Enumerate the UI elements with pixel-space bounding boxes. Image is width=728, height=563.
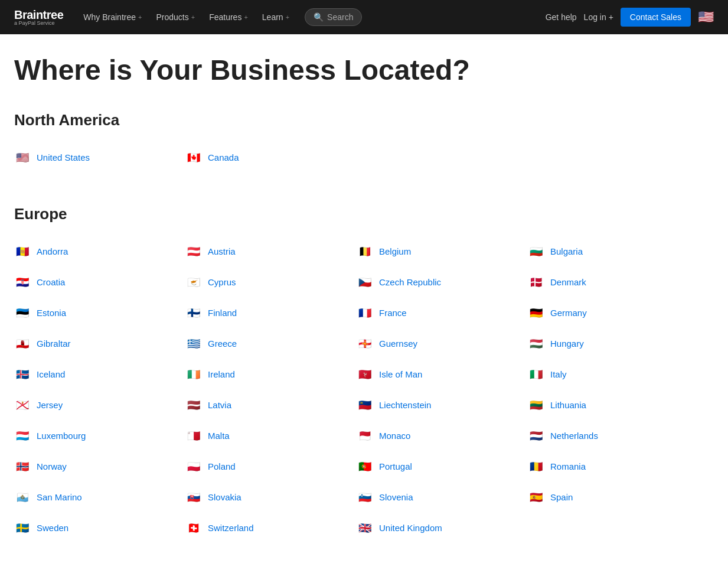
country-link-switzerland[interactable]: Switzerland [208, 523, 254, 533]
contact-sales-button[interactable]: Contact Sales [621, 8, 691, 27]
search-bar[interactable]: 🔍 Search [305, 8, 362, 26]
products-plus-icon: + [191, 14, 195, 21]
country-link-united-kingdom[interactable]: United Kingdom [379, 523, 442, 533]
country-link-guernsey[interactable]: Guernsey [379, 339, 417, 349]
country-item-slovakia[interactable]: 🇸🇰Slovakia [185, 486, 352, 509]
country-link-lithuania[interactable]: Lithuania [550, 400, 586, 410]
country-item-liechtenstein[interactable]: 🇱🇮Liechtenstein [357, 393, 523, 417]
country-link-norway[interactable]: Norway [37, 461, 67, 471]
login-link[interactable]: Log in + [584, 12, 613, 22]
country-link-estonia[interactable]: Estonia [37, 308, 66, 318]
country-link-italy[interactable]: Italy [550, 369, 567, 379]
country-item-portugal[interactable]: 🇵🇹Portugal [357, 455, 523, 479]
country-link-netherlands[interactable]: Netherlands [550, 431, 598, 441]
country-item-croatia[interactable]: 🇭🇷Croatia [14, 271, 181, 294]
country-link-poland[interactable]: Poland [208, 461, 236, 471]
get-help-link[interactable]: Get help [546, 12, 577, 22]
country-item-latvia[interactable]: 🇱🇻Latvia [185, 393, 352, 417]
country-link-latvia[interactable]: Latvia [208, 400, 231, 410]
country-link-bulgaria[interactable]: Bulgaria [550, 246, 583, 256]
country-item-poland[interactable]: 🇵🇱Poland [185, 455, 352, 479]
country-item-greece[interactable]: 🇬🇷Greece [185, 332, 352, 356]
country-link-san-marino[interactable]: San Marino [37, 492, 82, 502]
flag-icon-hungary: 🇭🇺 [528, 336, 544, 352]
country-item-cyprus[interactable]: 🇨🇾Cyprus [185, 271, 352, 294]
country-link-germany[interactable]: Germany [550, 308, 587, 318]
country-item-isle-of-man[interactable]: 🇮🇲Isle of Man [357, 363, 523, 386]
country-link-jersey[interactable]: Jersey [37, 400, 63, 410]
country-item-netherlands[interactable]: 🇳🇱Netherlands [528, 424, 694, 448]
flag-icon-monaco: 🇲🇨 [357, 428, 373, 444]
country-item-luxembourg[interactable]: 🇱🇺Luxembourg [14, 424, 181, 448]
country-link-denmark[interactable]: Denmark [550, 277, 586, 287]
flag-icon-france: 🇫🇷 [357, 305, 373, 321]
country-item-france[interactable]: 🇫🇷France [357, 301, 523, 325]
country-link-luxembourg[interactable]: Luxembourg [37, 431, 86, 441]
country-item-switzerland[interactable]: 🇨🇭Switzerland [185, 516, 352, 540]
country-item-monaco[interactable]: 🇲🇨Monaco [357, 424, 523, 448]
country-link-monaco[interactable]: Monaco [379, 431, 410, 441]
country-item-ireland[interactable]: 🇮🇪Ireland [185, 363, 352, 386]
country-item-andorra[interactable]: 🇦🇩Andorra [14, 240, 181, 263]
country-item-jersey[interactable]: 🇯🇪Jersey [14, 393, 181, 417]
country-link-greece[interactable]: Greece [208, 339, 237, 349]
country-item-estonia[interactable]: 🇪🇪Estonia [14, 301, 181, 325]
flag-icon-isle-of-man: 🇮🇲 [357, 366, 373, 383]
country-link-slovakia[interactable]: Slovakia [208, 492, 241, 502]
country-item-iceland[interactable]: 🇮🇸Iceland [14, 363, 181, 386]
country-link-andorra[interactable]: Andorra [37, 246, 68, 256]
country-item-bulgaria[interactable]: 🇧🇬Bulgaria [528, 240, 694, 263]
country-item-canada[interactable]: 🇨🇦 Canada [185, 146, 352, 170]
country-link-slovenia[interactable]: Slovenia [379, 492, 413, 502]
country-item-united-states[interactable]: 🇺🇸 United States [14, 146, 181, 170]
flag-us-nav-icon[interactable]: 🇺🇸 [698, 9, 714, 25]
country-item-denmark[interactable]: 🇩🇰Denmark [528, 271, 694, 294]
country-link-czech-republic[interactable]: Czech Republic [379, 277, 441, 287]
country-link-canada[interactable]: Canada [208, 152, 239, 162]
country-link-finland[interactable]: Finland [208, 308, 237, 318]
country-item-san-marino[interactable]: 🇸🇲San Marino [14, 486, 181, 509]
country-link-austria[interactable]: Austria [208, 246, 236, 256]
nav-why-braintree[interactable]: Why Braintree + [77, 8, 148, 27]
nav-products[interactable]: Products + [150, 8, 201, 27]
country-item-austria[interactable]: 🇦🇹Austria [185, 240, 352, 263]
nav-learn[interactable]: Learn + [256, 8, 295, 27]
country-item-slovenia[interactable]: 🇸🇮Slovenia [357, 486, 523, 509]
country-item-norway[interactable]: 🇳🇴Norway [14, 455, 181, 479]
country-item-guernsey[interactable]: 🇬🇬Guernsey [357, 332, 523, 356]
country-link-belgium[interactable]: Belgium [379, 246, 411, 256]
country-link-croatia[interactable]: Croatia [37, 277, 65, 287]
country-link-cyprus[interactable]: Cyprus [208, 277, 236, 287]
country-link-gibraltar[interactable]: Gibraltar [37, 339, 71, 349]
country-link-liechtenstein[interactable]: Liechtenstein [379, 400, 431, 410]
country-link-isle-of-man[interactable]: Isle of Man [379, 369, 422, 379]
brand-name: Braintree [14, 9, 63, 21]
flag-icon-italy: 🇮🇹 [528, 366, 544, 383]
country-item-germany[interactable]: 🇩🇪Germany [528, 301, 694, 325]
country-item-belgium[interactable]: 🇧🇪Belgium [357, 240, 523, 263]
country-link-united-states[interactable]: United States [37, 152, 90, 162]
country-link-ireland[interactable]: Ireland [208, 369, 235, 379]
country-item-lithuania[interactable]: 🇱🇹Lithuania [528, 393, 694, 417]
country-item-romania[interactable]: 🇷🇴Romania [528, 455, 694, 479]
logo[interactable]: Braintree a PayPal Service [14, 9, 63, 26]
country-item-united-kingdom[interactable]: 🇬🇧United Kingdom [357, 516, 523, 540]
country-item-spain[interactable]: 🇪🇸Spain [528, 486, 694, 509]
nav-features[interactable]: Features + [203, 8, 254, 27]
country-link-malta[interactable]: Malta [208, 431, 230, 441]
country-link-france[interactable]: France [379, 308, 407, 318]
country-link-iceland[interactable]: Iceland [37, 369, 65, 379]
country-item-finland[interactable]: 🇫🇮Finland [185, 301, 352, 325]
country-item-czech-republic[interactable]: 🇨🇿Czech Republic [357, 271, 523, 294]
country-link-sweden[interactable]: Sweden [37, 523, 68, 533]
country-item-malta[interactable]: 🇲🇹Malta [185, 424, 352, 448]
country-link-romania[interactable]: Romania [550, 461, 586, 471]
country-link-hungary[interactable]: Hungary [550, 339, 584, 349]
country-item-sweden[interactable]: 🇸🇪Sweden [14, 516, 181, 540]
nav-right: Get help Log in + Contact Sales 🇺🇸 [546, 8, 714, 27]
country-item-gibraltar[interactable]: 🇬🇮Gibraltar [14, 332, 181, 356]
country-item-hungary[interactable]: 🇭🇺Hungary [528, 332, 694, 356]
country-item-italy[interactable]: 🇮🇹Italy [528, 363, 694, 386]
country-link-portugal[interactable]: Portugal [379, 461, 412, 471]
country-link-spain[interactable]: Spain [550, 492, 573, 502]
